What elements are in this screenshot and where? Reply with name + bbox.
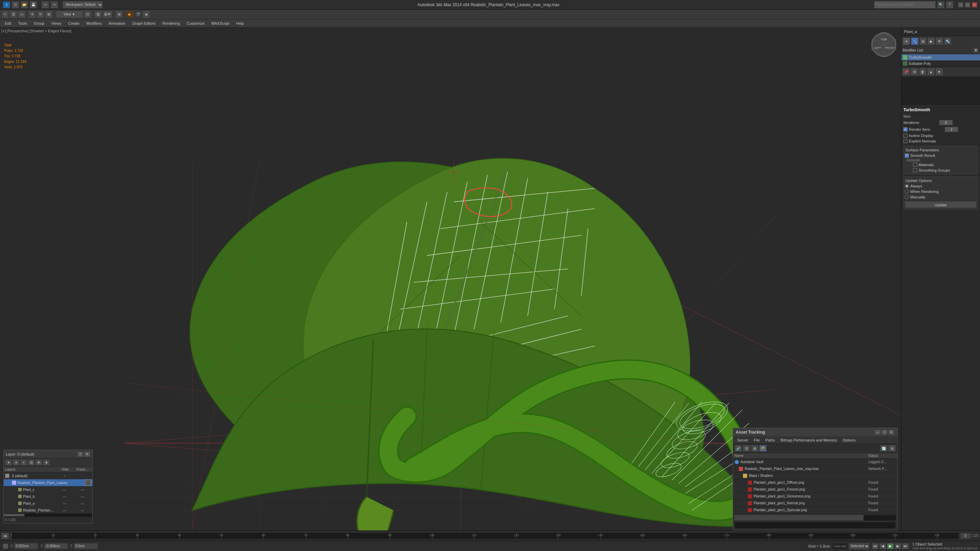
layer-panel-help[interactable]: ?: [77, 451, 83, 457]
at-row-fresnel[interactable]: Plantain_plant_geo1_Fresnel.png Found: [733, 486, 897, 493]
tab-hierarchy[interactable]: ⊞: [919, 37, 927, 45]
menu-maxscript[interactable]: MAXScript: [208, 19, 233, 27]
tab-display[interactable]: 👁: [936, 37, 943, 45]
layer-panel-close[interactable]: ✕: [84, 451, 90, 457]
at-refresh[interactable]: 🔄: [880, 445, 888, 452]
material-editor[interactable]: ◈: [143, 11, 150, 18]
open-btn[interactable]: 📂: [21, 1, 28, 9]
unlink-tool[interactable]: ⛓✕: [103, 11, 112, 18]
x-value[interactable]: [14, 543, 38, 549]
ts-smoothing-groups-checkbox[interactable]: [913, 168, 917, 172]
ts-update-button[interactable]: Update: [905, 201, 977, 208]
help-btn[interactable]: ?: [946, 1, 953, 9]
modifier-list-arrow[interactable]: ▼: [973, 48, 978, 53]
at-row-vault[interactable]: Autodesk Vault Logged O...: [733, 459, 897, 465]
timeline-prev[interactable]: ⏮: [2, 533, 9, 539]
tab-modify[interactable]: 🔧: [911, 37, 918, 45]
tab-utilities[interactable]: 🔩: [944, 37, 951, 45]
menu-group[interactable]: Group: [30, 19, 48, 27]
at-row-maxfile[interactable]: Realistic_Plantain_Plant_Leaves_max_vray…: [733, 465, 897, 472]
ts-smooth-result-checkbox[interactable]: ✓: [905, 154, 909, 157]
render-setup[interactable]: 🎬: [134, 11, 142, 18]
reference-coord[interactable]: View ▼: [56, 11, 83, 18]
at-menu-bitmap[interactable]: Bitmap Performance and Memory: [778, 436, 840, 444]
menu-tools[interactable]: Tools: [15, 19, 30, 27]
at-menu-options[interactable]: Options: [840, 436, 858, 444]
menu-graph-editors[interactable]: Graph Editors: [129, 19, 159, 27]
at-input-field[interactable]: [734, 522, 896, 529]
save-btn[interactable]: 💾: [30, 1, 37, 9]
close-btn[interactable]: ✕: [972, 2, 977, 8]
layer-item-realistic[interactable]: Realistic_Plantain_Plant_Leaves: [4, 479, 92, 486]
layer-add-selection[interactable]: +: [20, 459, 27, 465]
layer-freeze-all[interactable]: ❄: [43, 459, 50, 465]
tab-motion[interactable]: ▶: [928, 37, 935, 45]
nav-cube[interactable]: TOP LEFT FRONT: [870, 31, 897, 58]
minimize-btn[interactable]: ─: [958, 2, 964, 8]
pb-prev[interactable]: ◀: [879, 543, 886, 549]
scale-tool[interactable]: ⊞: [45, 11, 52, 18]
at-menu-file[interactable]: File: [751, 436, 762, 444]
layer-item-plant-b[interactable]: Plant_b — —: [4, 493, 92, 500]
menu-rendering[interactable]: Rendering: [159, 19, 183, 27]
at-close[interactable]: ✕: [888, 429, 894, 435]
ts-render-iters-input[interactable]: [945, 127, 958, 132]
pivot-btn[interactable]: ⊡: [84, 11, 91, 18]
at-row-specular[interactable]: Plantain_plant_geo1_Specular.png Found: [733, 507, 897, 514]
at-row-glossiness[interactable]: Plantain_plant_geo1_Glossiness.png Found: [733, 493, 897, 500]
at-minimize[interactable]: ─: [875, 429, 881, 435]
render-btn[interactable]: ▶: [126, 11, 134, 18]
ts-when-rendering-radio[interactable]: [905, 189, 909, 194]
menu-views[interactable]: Views: [48, 19, 65, 27]
at-row-maps[interactable]: Maps / Shaders: [733, 472, 897, 479]
pb-end[interactable]: ⏭: [902, 543, 909, 549]
mod-move-up[interactable]: ▲: [927, 68, 935, 76]
y-value[interactable]: [44, 543, 68, 549]
layer-item[interactable]: 0 (default) ✓: [4, 472, 92, 479]
menu-modifiers[interactable]: Modifiers: [83, 19, 105, 27]
undo-btn[interactable]: ↩: [41, 1, 49, 9]
ts-iterations-input[interactable]: [939, 120, 953, 125]
tab-create[interactable]: ✦: [903, 37, 910, 45]
ts-render-iters-checkbox[interactable]: ✓: [904, 127, 907, 132]
select-tool[interactable]: ↖: [2, 11, 9, 18]
layer-new[interactable]: ✦: [5, 459, 12, 465]
ts-explicit-normals-checkbox[interactable]: [904, 139, 907, 143]
pb-start[interactable]: ⏮: [872, 543, 879, 549]
search-icon[interactable]: 🔍: [937, 1, 945, 9]
layer-item-plant-a[interactable]: Plant_a — —: [4, 500, 92, 507]
layer-hide-all[interactable]: 👁: [35, 459, 42, 465]
at-tree[interactable]: 🌳: [759, 445, 767, 452]
search-input[interactable]: [874, 1, 936, 9]
layer-delete[interactable]: ✕: [13, 459, 19, 465]
ts-materials-checkbox[interactable]: [913, 163, 917, 167]
layer-scrollbar[interactable]: [4, 514, 92, 516]
at-maximize[interactable]: □: [881, 429, 888, 435]
mod-move-down[interactable]: ▼: [935, 68, 943, 76]
at-grid[interactable]: ⊞: [751, 445, 759, 452]
move-tool[interactable]: ✛: [29, 11, 36, 18]
key-filter-select[interactable]: Selected: [849, 543, 870, 549]
menu-create[interactable]: Create: [65, 19, 83, 27]
link-tool[interactable]: ⛓: [94, 11, 102, 18]
menu-customize[interactable]: Customize: [183, 19, 208, 27]
at-row-normal[interactable]: Plantain_plant_geo1_Normal.png Found: [733, 500, 897, 507]
autokey-btn[interactable]: Auto Key: [832, 543, 848, 549]
timeline-track[interactable]: 0102030405060708090100110120130140150160…: [11, 533, 958, 539]
modifier-editable-poly[interactable]: Editable Poly: [901, 60, 980, 67]
menu-edit[interactable]: Edit: [2, 19, 15, 27]
at-settings[interactable]: ⚙: [888, 445, 896, 452]
at-row-diffuse[interactable]: Plantain_plant_geo1_Diffuse.png Found: [733, 479, 897, 486]
layer-scroll-thumb[interactable]: [4, 514, 24, 516]
select-region[interactable]: ▭: [18, 11, 25, 18]
mod-configure-btn[interactable]: ⚙: [911, 68, 918, 76]
at-menu-paths[interactable]: Paths: [762, 436, 778, 444]
pb-next[interactable]: ▶: [894, 543, 901, 549]
ts-always-radio[interactable]: [905, 184, 909, 188]
at-menu-server[interactable]: Server: [734, 436, 751, 444]
at-header[interactable]: Asset Tracking ─ □ ✕: [733, 428, 897, 436]
mod-delete-btn[interactable]: 🗑: [919, 68, 926, 76]
layer-manager[interactable]: ⊞: [115, 11, 123, 18]
workspace-select[interactable]: Workspace: Default: [62, 1, 103, 9]
pb-play[interactable]: ▶: [887, 543, 894, 549]
